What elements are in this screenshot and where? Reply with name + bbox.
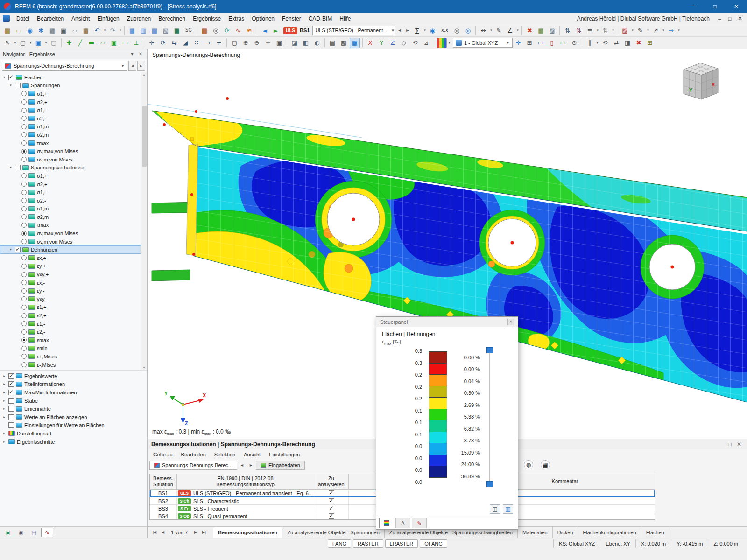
tree-result-item[interactable]: ε2,+ bbox=[0, 311, 147, 320]
analyze-checkbox[interactable] bbox=[329, 506, 334, 511]
load-combination-select[interactable]: ULS (STR/GEO) - Permanent ... ▼ bbox=[312, 26, 395, 35]
menu-item-berechnen[interactable]: Berechnen bbox=[155, 14, 189, 23]
view-z-icon[interactable]: Z bbox=[388, 38, 398, 48]
undo-icon[interactable]: ↶ bbox=[92, 25, 102, 35]
dimensions-dropdown[interactable]: ▾ bbox=[489, 28, 493, 32]
tab-stress-strain-tables[interactable]: Spannungs-Dehnungs-Berec... bbox=[149, 461, 237, 470]
navigator-forward-button[interactable]: ► bbox=[137, 61, 145, 71]
control-panel-close-icon[interactable]: ✕ bbox=[507, 319, 514, 325]
tools-icon[interactable]: ✖ bbox=[524, 25, 535, 35]
radio-button[interactable] bbox=[21, 214, 27, 219]
snap-toggle-ofang[interactable]: OFANG bbox=[420, 539, 447, 548]
tree-result-item[interactable]: γxy,- bbox=[0, 295, 147, 303]
expand-arrow[interactable]: ▾ bbox=[8, 166, 13, 169]
menu-item-ansicht[interactable]: Ansicht bbox=[68, 14, 93, 23]
select-special-dropdown[interactable]: ▾ bbox=[44, 41, 48, 45]
tree-result-item[interactable]: σ1,+ bbox=[0, 90, 147, 98]
tree-result-item[interactable]: σv,m,von Mises bbox=[0, 155, 147, 164]
globe-icon[interactable]: ◍ bbox=[524, 460, 533, 469]
zoom-out-icon[interactable]: ⊖ bbox=[252, 38, 262, 48]
line-style-icon[interactable]: → bbox=[666, 25, 676, 35]
mirror-icon[interactable]: ⇆ bbox=[169, 38, 179, 48]
checkbox[interactable] bbox=[15, 247, 21, 252]
tree-result-item[interactable]: σ1,+ bbox=[0, 172, 147, 180]
tree-result-item[interactable]: γxy,+ bbox=[0, 270, 147, 279]
tree-result-item[interactable]: σ2,- bbox=[0, 114, 147, 123]
comments-icon[interactable]: ✎ bbox=[493, 25, 504, 35]
checkbox[interactable] bbox=[8, 414, 14, 420]
navigator-pin-icon[interactable]: ▾ bbox=[128, 51, 136, 56]
print-preview-icon[interactable]: ▧ bbox=[161, 25, 171, 35]
radio-button[interactable] bbox=[21, 173, 27, 178]
tree-result-item[interactable]: σ1,- bbox=[0, 106, 147, 114]
sort-descending-icon[interactable]: ⇅ bbox=[573, 25, 584, 35]
view-coordinate-system-select[interactable]: 1 - Global XYZ ▼ bbox=[453, 38, 513, 48]
panel-options-button[interactable]: ◫ bbox=[490, 504, 500, 514]
view-isometric-icon[interactable]: ◇ bbox=[399, 38, 409, 48]
sg-display-icon[interactable]: SG bbox=[183, 25, 194, 35]
radio-button[interactable] bbox=[21, 223, 27, 228]
dlubal-account-icon[interactable]: ◉ bbox=[25, 25, 35, 35]
next-table-button[interactable]: ▶ bbox=[191, 528, 200, 537]
export-tables-icon[interactable]: ▦ bbox=[172, 25, 182, 35]
visibility-modes-icon[interactable]: ◐ bbox=[312, 38, 322, 48]
tree-result-item[interactable]: εy,+ bbox=[0, 262, 147, 271]
radio-button[interactable] bbox=[21, 313, 27, 318]
guide-objects-dropdown[interactable]: ▾ bbox=[515, 28, 520, 32]
tree-result-item[interactable]: σ2,- bbox=[0, 196, 147, 205]
navigator-close-icon[interactable]: ✕ bbox=[137, 51, 144, 56]
work-plane-yz-icon[interactable]: ▯ bbox=[547, 38, 557, 48]
render-settings-icon[interactable]: ◨ bbox=[622, 38, 633, 48]
expand-arrow[interactable]: ▸ bbox=[2, 399, 7, 403]
tree-result-item[interactable]: εx,+ bbox=[0, 254, 147, 262]
guide-objects-icon[interactable]: ∠ bbox=[505, 25, 515, 35]
result-diagrams-icon[interactable]: ∿ bbox=[233, 25, 243, 35]
print-graphic-icon[interactable]: ▨ bbox=[547, 25, 557, 35]
table-sheet-tab-0[interactable]: Bemessungssituationen bbox=[213, 527, 282, 538]
navigator-back-button[interactable]: ◄ bbox=[128, 61, 136, 71]
view-y-icon[interactable]: Y bbox=[376, 38, 387, 48]
tree-result-item[interactable]: σv,max,von Mises bbox=[0, 229, 147, 238]
swap-view-icon[interactable]: ⇄ bbox=[611, 38, 621, 48]
expand-arrow[interactable]: ▸ bbox=[2, 374, 7, 378]
tree-result-item[interactable]: σv,m,von Mises bbox=[0, 238, 147, 246]
tree-result-item[interactable]: εy,- bbox=[0, 287, 147, 295]
tab-scroll-right-button[interactable]: ► bbox=[247, 461, 255, 470]
guidelines-icon[interactable]: ‖ bbox=[585, 38, 595, 48]
table-sheet-tab-1[interactable]: Zu analysierende Objekte - Spannungen bbox=[282, 527, 385, 538]
radio-button[interactable] bbox=[21, 140, 27, 146]
navigation-cube[interactable]: -Y X bbox=[678, 57, 723, 104]
table-menu-gehezu[interactable]: Gehe zu bbox=[149, 451, 176, 458]
menu-item-datei[interactable]: Datei bbox=[13, 14, 33, 23]
radio-button[interactable] bbox=[21, 296, 27, 301]
snap-toggle-fang[interactable]: FANG bbox=[328, 539, 351, 548]
radio-button[interactable] bbox=[21, 321, 27, 326]
pan-view-icon[interactable]: ✛ bbox=[263, 38, 273, 48]
zoom-window-icon[interactable]: ▢ bbox=[229, 38, 240, 48]
minimize-button[interactable]: – bbox=[683, 0, 704, 13]
tab-factors[interactable]: ∆ bbox=[395, 518, 410, 528]
redo-dropdown[interactable]: ▾ bbox=[118, 28, 122, 32]
array-copy-icon[interactable]: ∷ bbox=[191, 38, 202, 48]
checkbox[interactable] bbox=[8, 390, 14, 395]
deselect-icon[interactable]: ▢ bbox=[49, 38, 59, 48]
navigator-tab-display[interactable]: ◉ bbox=[15, 528, 27, 537]
select-pointer-dropdown[interactable]: ▾ bbox=[13, 41, 17, 45]
checkbox[interactable] bbox=[8, 406, 14, 412]
arrow-style-dropdown[interactable]: ▾ bbox=[661, 28, 665, 32]
tab-color-scale[interactable] bbox=[379, 518, 394, 528]
menu-item-hilfe[interactable]: Hilfe bbox=[336, 14, 354, 23]
scroll-up-icon[interactable]: ▲ bbox=[141, 73, 147, 77]
work-plane-xy-icon[interactable]: ▭ bbox=[536, 38, 546, 48]
tree-result-item[interactable]: σ1,- bbox=[0, 188, 147, 196]
close-button[interactable]: ✕ bbox=[726, 0, 747, 13]
renumber-dropdown[interactable]: ▾ bbox=[611, 28, 615, 32]
analyze-checkbox[interactable] bbox=[329, 498, 334, 504]
nav-option[interactable]: ▸Max/Min-Informationen bbox=[0, 388, 147, 397]
copy-icon[interactable]: ▱ bbox=[70, 25, 80, 35]
doc-restore-button[interactable]: □ bbox=[725, 16, 735, 21]
expand-arrow[interactable]: ▸ bbox=[2, 432, 7, 435]
display-colors-dropdown[interactable]: ▾ bbox=[447, 41, 451, 45]
table-menu-selektion[interactable]: Selektion bbox=[211, 451, 239, 458]
snap-settings-icon[interactable]: ⊙ bbox=[569, 38, 579, 48]
